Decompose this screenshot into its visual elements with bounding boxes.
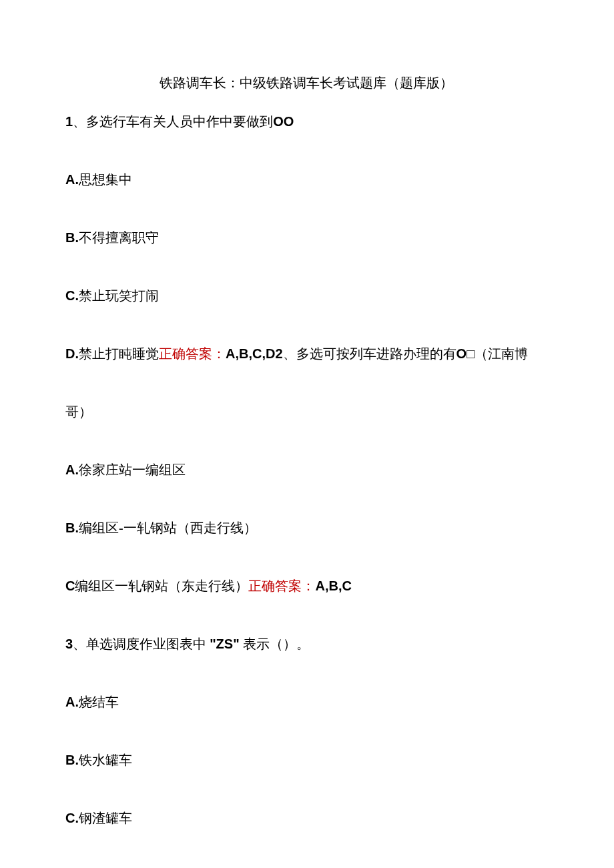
q1-option-d-and-q2-stem-line1: D.禁止打盹睡觉正确答案：A,B,C,D2、多选可按列车进路办理的有O□（江南博: [52, 325, 561, 383]
option-label: C: [65, 578, 75, 593]
page-title: 铁路调车长：中级铁路调车长考试题库（题库版）: [52, 73, 561, 93]
answer-label: 正确答案：: [159, 346, 226, 361]
q3-zs: ZS: [216, 636, 234, 651]
quote-right: ": [233, 636, 239, 651]
q1-text: 、多选行车有关人员中作中要做到: [73, 114, 273, 129]
option-text: 编组区一轧钢站（东走行线）: [75, 578, 248, 593]
answer-label: 正确答案：: [248, 578, 315, 593]
option-label: B.: [65, 230, 79, 245]
quote-left: ": [210, 636, 216, 651]
option-text: 禁止打盹睡觉: [79, 346, 159, 361]
q2-option-a: A.徐家庄站一编组区: [52, 441, 561, 499]
option-text: 钢渣罐车: [79, 811, 132, 825]
q3-stem: 3、单选调度作业图表中 "ZS" 表示（）。: [52, 615, 561, 673]
option-label: C.: [65, 288, 79, 303]
option-label: B.: [65, 753, 79, 767]
q3-text-a: 、单选调度作业图表中: [73, 636, 206, 651]
q1-number: 1: [65, 114, 73, 129]
q2-text-a: 、多选可按列车进路办理的有: [283, 346, 456, 361]
q3-option-a: A.烧结车: [52, 673, 561, 731]
q2-number: 2: [275, 346, 282, 361]
q3-number: 3: [65, 636, 73, 651]
q2-text-c: □（江南博: [467, 346, 528, 361]
option-label: A.: [65, 695, 79, 709]
q3-text-b: 表示（）。: [243, 636, 310, 651]
answer-value: A,B,C: [315, 578, 351, 593]
option-label: A.: [65, 172, 79, 187]
option-label: A.: [65, 462, 79, 477]
option-text: 烧结车: [79, 695, 119, 709]
document-page: 铁路调车长：中级铁路调车长考试题库（题库版） 1、多选行车有关人员中作中要做到O…: [0, 0, 614, 868]
option-text: 禁止玩笑打闹: [79, 288, 159, 303]
option-text: 编组区-一轧钢站（西走行线）: [79, 520, 257, 535]
option-label: C.: [65, 811, 79, 825]
q3-option-c: C.钢渣罐车: [52, 789, 561, 847]
q2-option-c: C编组区一轧钢站（东走行线）正确答案：A,B,C: [52, 557, 561, 615]
q1-option-c: C.禁止玩笑打闹: [52, 267, 561, 325]
q2-stem-line2: 哥）: [52, 383, 561, 441]
q2-text-d: 哥）: [65, 404, 92, 419]
q1-stem: 1、多选行车有关人员中作中要做到OO: [52, 93, 561, 151]
q1-placeholder: OO: [273, 114, 294, 129]
q3-option-b: B.铁水罐车: [52, 731, 561, 789]
q1-option-a: A.思想集中: [52, 151, 561, 209]
q2-placeholder: O: [456, 346, 467, 361]
option-text: 徐家庄站一编组区: [79, 462, 186, 477]
answer-value: A,B,C,D: [226, 346, 275, 361]
q2-option-b: B.编组区-一轧钢站（西走行线）: [52, 499, 561, 557]
option-text: 铁水罐车: [79, 753, 132, 767]
option-text: 思想集中: [79, 172, 132, 187]
option-label: B.: [65, 520, 79, 535]
option-text: 不得擅离职守: [79, 230, 159, 245]
q1-option-b: B.不得擅离职守: [52, 209, 561, 267]
q3-option-d: D.铁渣罐车正确答案：A: [52, 847, 561, 868]
option-label: D.: [65, 346, 79, 361]
